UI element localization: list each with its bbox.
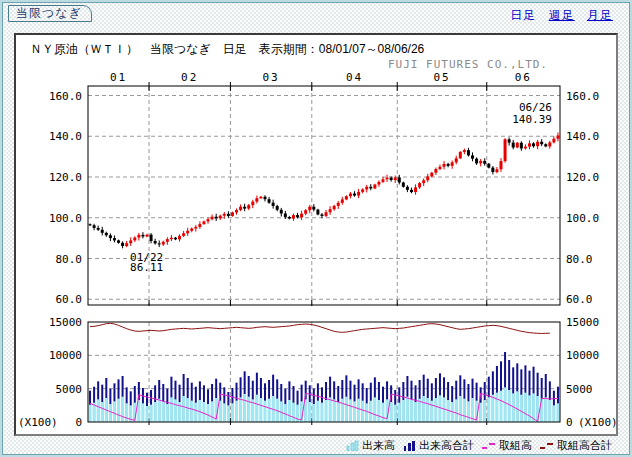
svg-text:60.0: 60.0 bbox=[56, 293, 83, 306]
svg-text:140.0: 140.0 bbox=[566, 130, 599, 143]
volume-total-bars-icon bbox=[403, 440, 416, 451]
legend-label: 出来高合計 bbox=[419, 438, 474, 453]
legend-label: 出来高 bbox=[362, 438, 395, 453]
svg-text:10000: 10000 bbox=[566, 349, 599, 362]
legend: 出来高 出来高合計 取組高 取組高合計 bbox=[346, 438, 612, 453]
tab-label: 当限つなぎ bbox=[16, 6, 82, 20]
svg-text:04: 04 bbox=[346, 71, 363, 84]
legend-label: 取組高合計 bbox=[557, 438, 612, 453]
legend-item-volume: 出来高 bbox=[346, 438, 395, 453]
svg-text:80.0: 80.0 bbox=[56, 253, 83, 266]
svg-text:160.0: 160.0 bbox=[566, 90, 599, 103]
tab-tougen-tsunagi[interactable]: 当限つなぎ bbox=[8, 5, 92, 22]
legend-item-open-interest-total: 取組高合計 bbox=[540, 438, 612, 453]
svg-text:0: 0 bbox=[566, 416, 573, 429]
open-interest-total-line-icon bbox=[540, 441, 554, 451]
svg-text:100.0: 100.0 bbox=[49, 212, 82, 225]
svg-text:05: 05 bbox=[433, 71, 450, 84]
nav-weekly-link[interactable]: 週足 bbox=[549, 8, 575, 22]
nav-daily-link[interactable]: 日足 bbox=[510, 8, 536, 22]
svg-text:(X100): (X100) bbox=[578, 416, 616, 429]
period-nav: 日足 週足 月足 bbox=[502, 7, 613, 24]
svg-text:06: 06 bbox=[515, 71, 532, 84]
svg-text:140.39: 140.39 bbox=[512, 113, 552, 126]
volume-chart: 150001500010000100005000500000(X100)(X10… bbox=[16, 315, 616, 430]
svg-text:01: 01 bbox=[110, 71, 127, 84]
svg-text:15000: 15000 bbox=[566, 316, 599, 329]
svg-text:120.0: 120.0 bbox=[566, 171, 599, 184]
legend-item-volume-total: 出来高合計 bbox=[403, 438, 474, 453]
svg-text:03: 03 bbox=[262, 71, 279, 84]
legend-item-open-interest: 取組高 bbox=[482, 438, 532, 453]
chart-panel: ＮＹ原油（ＷＴＩ） 当限つなぎ 日足 表示期間：08/01/07～08/06/2… bbox=[14, 33, 618, 436]
company-name: FUJI FUTURES CO.,LTD. bbox=[388, 58, 548, 71]
volume-bars-icon bbox=[346, 440, 359, 451]
nav-monthly-link[interactable]: 月足 bbox=[587, 8, 613, 22]
svg-text:(X100): (X100) bbox=[18, 416, 58, 429]
chart-title: ＮＹ原油（ＷＴＩ） 当限つなぎ 日足 表示期間：08/01/07～08/06/2… bbox=[30, 41, 424, 58]
svg-text:10000: 10000 bbox=[49, 349, 82, 362]
svg-text:120.0: 120.0 bbox=[49, 171, 82, 184]
svg-text:60.0: 60.0 bbox=[566, 293, 593, 306]
open-interest-line-icon bbox=[482, 441, 496, 451]
svg-text:160.0: 160.0 bbox=[49, 90, 82, 103]
svg-text:02: 02 bbox=[181, 71, 198, 84]
svg-text:80.0: 80.0 bbox=[566, 253, 593, 266]
svg-text:5000: 5000 bbox=[56, 383, 83, 396]
svg-text:5000: 5000 bbox=[566, 383, 593, 396]
svg-text:86.11: 86.11 bbox=[130, 261, 163, 274]
legend-label: 取組高 bbox=[499, 438, 532, 453]
svg-text:140.0: 140.0 bbox=[49, 130, 82, 143]
price-chart: 010203040506160.0160.0140.0140.0120.0120… bbox=[16, 71, 616, 306]
svg-text:15000: 15000 bbox=[49, 316, 82, 329]
svg-text:100.0: 100.0 bbox=[566, 212, 599, 225]
svg-text:0: 0 bbox=[75, 416, 82, 429]
